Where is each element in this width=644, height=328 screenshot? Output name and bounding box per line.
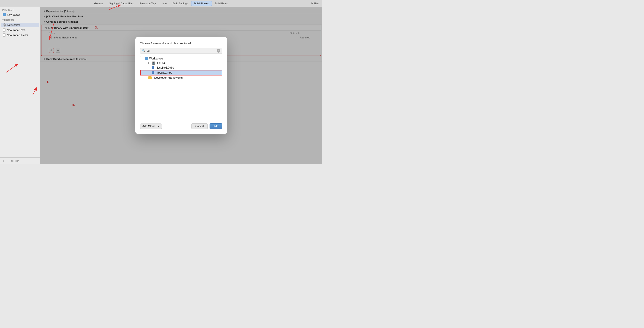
- project-name: NewStarter: [7, 13, 20, 16]
- content-area: Dependencies (0 items) [CP] Check Pods M…: [40, 7, 322, 164]
- ios-icon: 📱: [152, 61, 155, 65]
- tree-label-workspace: Workspace: [149, 57, 163, 60]
- filter-icon: ⊜: [311, 2, 313, 5]
- sidebar: PROJECT P NewStarter TARGETS NewStarter …: [0, 7, 40, 164]
- tab-general[interactable]: General: [92, 1, 106, 6]
- tree-label-libsqlite30: libsqlite3.0.tbd: [157, 66, 174, 69]
- filter-label: Filter: [314, 2, 319, 5]
- tree-item-workspace[interactable]: Workspace: [140, 56, 222, 61]
- modal-tree: Workspace 📱 iOS 14.5 libsqlite3.0.tbd: [140, 56, 222, 120]
- tbd-icon-main: [152, 71, 154, 74]
- target-name-uitests: NewStarterUITests: [7, 34, 28, 36]
- tree-label-devframeworks: Developer Frameworks: [154, 76, 183, 79]
- sidebar-remove-button[interactable]: −: [6, 159, 10, 163]
- sidebar-item-newstarteruitests[interactable]: NewStarterUITests: [1, 33, 39, 37]
- add-button[interactable]: Add: [210, 123, 222, 129]
- tree-label-libsqlite3: libsqlite3.tbd: [157, 71, 172, 74]
- tree-item-ios[interactable]: 📱 iOS 14.5: [140, 61, 222, 65]
- tab-build-settings[interactable]: Build Settings: [170, 1, 190, 6]
- sidebar-filter-icon: ⊜: [11, 160, 13, 162]
- add-other-chevron: ▾: [158, 125, 160, 128]
- tab-bar: General Signing & Capabilities Resource …: [0, 0, 322, 7]
- sidebar-bottom: + − ⊜ Filter: [0, 157, 40, 164]
- modal-action-buttons: Cancel Add: [192, 123, 222, 129]
- project-section-label: PROJECT: [0, 7, 40, 12]
- target-name-tests: NewStarterTests: [7, 29, 26, 31]
- tab-build-phases[interactable]: Build Phases: [191, 1, 212, 6]
- modal-dialog: Choose frameworks and libraries to add: …: [135, 37, 227, 134]
- svg-point-2: [4, 25, 4, 25]
- target-icon-tests: [3, 28, 6, 31]
- disclosure-ios: [148, 62, 150, 64]
- workspace-icon: [145, 57, 148, 60]
- sidebar-item-newstartertests[interactable]: NewStarterTests: [1, 28, 39, 32]
- sidebar-item-newstarter[interactable]: NewStarter: [1, 23, 39, 27]
- target-icon-newstarter: [3, 23, 6, 26]
- modal-footer: Add Other... ▾ Cancel Add: [140, 123, 222, 129]
- sidebar-filter-label: Filter: [14, 160, 18, 162]
- cancel-button[interactable]: Cancel: [192, 123, 208, 129]
- project-icon: P: [3, 13, 6, 16]
- sidebar-add-button[interactable]: +: [2, 159, 6, 163]
- filter-button[interactable]: ⊜ Filter: [311, 2, 319, 5]
- tab-signing[interactable]: Signing & Capabilities: [106, 1, 136, 6]
- modal-overlay: Choose frameworks and libraries to add: …: [40, 7, 322, 164]
- tree-item-devframeworks[interactable]: Developer Frameworks: [140, 75, 222, 80]
- svg-text:📱: 📱: [152, 62, 155, 64]
- search-icon: 🔍: [142, 49, 146, 52]
- tree-label-ios: iOS 14.5: [157, 61, 168, 65]
- tab-build-rules[interactable]: Build Rules: [212, 1, 230, 6]
- modal-title: Choose frameworks and libraries to add:: [140, 42, 222, 45]
- tree-item-libsqlite30[interactable]: libsqlite3.0.tbd: [140, 65, 222, 70]
- target-name-newstarter: NewStarter: [7, 23, 20, 26]
- modal-search-container: 🔍 ×: [140, 48, 222, 54]
- tab-info[interactable]: Info: [160, 1, 169, 6]
- clear-search-button[interactable]: ×: [217, 49, 220, 53]
- tbd-icon-0: [152, 66, 154, 69]
- folder-icon-devframeworks: [148, 76, 152, 79]
- main-layout: PROJECT P NewStarter TARGETS NewStarter …: [0, 7, 322, 164]
- tab-resource-tags[interactable]: Resource Tags: [137, 1, 159, 6]
- search-input[interactable]: [147, 49, 215, 52]
- add-other-button[interactable]: Add Other... ▾: [140, 124, 162, 129]
- sidebar-filter-button[interactable]: ⊜ Filter: [11, 160, 18, 162]
- target-icon-uitests: [3, 33, 6, 37]
- sidebar-item-project[interactable]: P NewStarter: [1, 12, 39, 17]
- tree-item-libsqlite3[interactable]: libsqlite3.tbd: [140, 70, 222, 75]
- add-other-label: Add Other...: [142, 125, 157, 128]
- tab-list: General Signing & Capabilities Resource …: [92, 1, 230, 6]
- targets-section-label: TARGETS: [0, 17, 40, 22]
